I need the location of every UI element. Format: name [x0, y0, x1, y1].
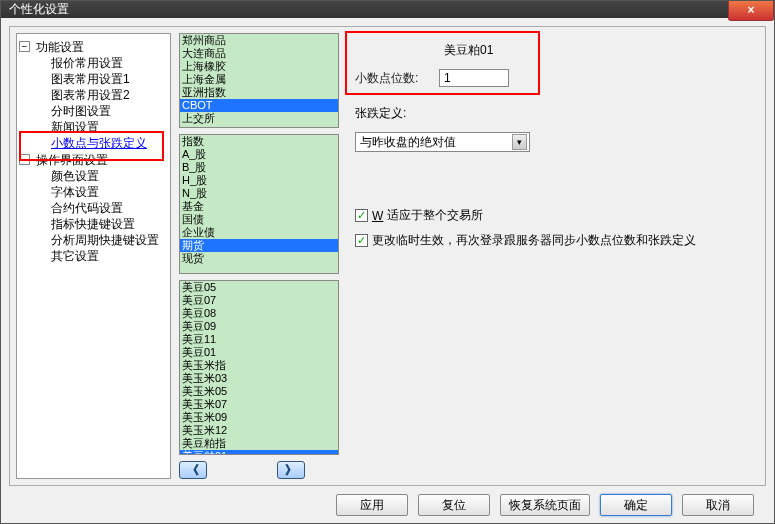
- list-item[interactable]: 上海橡胶: [180, 60, 338, 73]
- list-item[interactable]: 亚洲指数: [180, 86, 338, 99]
- list-item[interactable]: 期货: [180, 239, 338, 252]
- check-whole-exchange: ✓ W 适应于整个交易所: [355, 207, 751, 224]
- select-value: 与昨收盘的绝对值: [360, 134, 456, 151]
- list-item[interactable]: B_股: [180, 161, 338, 174]
- contract-listbox[interactable]: 美豆05美豆07美豆08美豆09美豆11美豆01美玉米指美玉米03美玉米05美玉…: [179, 280, 339, 455]
- tree-children-2: 颜色设置 字体设置 合约代码设置 指标快捷键设置 分析周期快捷键设置 其它设置: [19, 168, 168, 264]
- close-button[interactable]: ×: [728, 1, 774, 21]
- tree-children-1: 报价常用设置 图表常用设置1 图表常用设置2 分时图设置 新闻设置 小数点与张跌…: [19, 55, 168, 151]
- list-item[interactable]: H_股: [180, 174, 338, 187]
- collapse-icon[interactable]: −: [19, 154, 30, 165]
- tree-item[interactable]: 新闻设置: [37, 119, 168, 135]
- check-sync: ✓ 更改临时生效，再次登录跟服务器同步小数点位数和张跌定义: [355, 232, 751, 249]
- checkbox-2[interactable]: ✓: [355, 234, 368, 247]
- tree-item[interactable]: 字体设置: [37, 184, 168, 200]
- decimal-row: 小数点位数:: [355, 69, 751, 87]
- prev-button[interactable]: 《: [179, 461, 207, 479]
- list-item[interactable]: 美玉米05: [180, 385, 338, 398]
- main-area: − 功能设置 报价常用设置 图表常用设置1 图表常用设置2 分时图设置 新闻设置…: [9, 26, 766, 486]
- def-select[interactable]: 与昨收盘的绝对值 ▾: [355, 132, 530, 152]
- contract-name: 美豆粕01: [439, 41, 559, 59]
- def-select-row: 与昨收盘的绝对值 ▾: [355, 132, 751, 152]
- button-row: 应用 复位 恢复系统页面 确定 取消: [9, 486, 766, 520]
- tree-item[interactable]: 图表常用设置2: [37, 87, 168, 103]
- def-label: 张跌定义:: [355, 105, 406, 122]
- tree-group-ui[interactable]: − 操作界面设置: [19, 151, 168, 168]
- category-listbox[interactable]: 指数A_股B_股H_股N_股基金国债企业债期货现货: [179, 134, 339, 274]
- window-title: 个性化设置: [9, 1, 69, 18]
- list-item[interactable]: 美豆08: [180, 307, 338, 320]
- list-item[interactable]: 美豆05: [180, 281, 338, 294]
- tree-item[interactable]: 合约代码设置: [37, 200, 168, 216]
- tree-item[interactable]: 分析周期快捷键设置: [37, 232, 168, 248]
- tree-group-label: 功能设置: [36, 40, 84, 54]
- list-item[interactable]: 企业债: [180, 226, 338, 239]
- titlebar: 个性化设置 ×: [1, 1, 774, 18]
- tree-item[interactable]: 指标快捷键设置: [37, 216, 168, 232]
- collapse-icon[interactable]: −: [19, 41, 30, 52]
- settings-tree[interactable]: − 功能设置 报价常用设置 图表常用设置1 图表常用设置2 分时图设置 新闻设置…: [16, 33, 171, 479]
- list-item[interactable]: 基金: [180, 200, 338, 213]
- list-item[interactable]: A_股: [180, 148, 338, 161]
- list-item[interactable]: 美豆01: [180, 346, 338, 359]
- middle-lists: 郑州商品大连商品上海橡胶上海金属亚洲指数CBOT上交所 指数A_股B_股H_股N…: [179, 33, 339, 479]
- list-item[interactable]: 国债: [180, 213, 338, 226]
- list-item[interactable]: 美玉米指: [180, 359, 338, 372]
- list-item[interactable]: 美玉米07: [180, 398, 338, 411]
- settings-window: 个性化设置 × − 功能设置 报价常用设置 图表常用设置1 图表常用设置2 分时…: [0, 0, 775, 524]
- content-area: − 功能设置 报价常用设置 图表常用设置1 图表常用设置2 分时图设置 新闻设置…: [1, 18, 774, 524]
- tree-item[interactable]: 颜色设置: [37, 168, 168, 184]
- list-item[interactable]: 美豆粕01: [180, 450, 338, 455]
- list-item[interactable]: 美豆09: [180, 320, 338, 333]
- chevron-down-icon: ▾: [512, 134, 527, 150]
- tree-group-label: 操作界面设置: [36, 153, 108, 167]
- name-row: 美豆粕01: [355, 41, 751, 59]
- exchange-listbox[interactable]: 郑州商品大连商品上海橡胶上海金属亚洲指数CBOT上交所: [179, 33, 339, 128]
- restore-button[interactable]: 恢复系统页面: [500, 494, 590, 516]
- tree-group-functions[interactable]: − 功能设置: [19, 38, 168, 55]
- next-button[interactable]: 》: [277, 461, 305, 479]
- tree-item[interactable]: 图表常用设置1: [37, 71, 168, 87]
- list-item[interactable]: 大连商品: [180, 47, 338, 60]
- checkbox-1[interactable]: ✓: [355, 209, 368, 222]
- list-item[interactable]: 美豆粕指: [180, 437, 338, 450]
- form-panel: 美豆粕01 小数点位数: 张跌定义: 与昨收盘的绝对值 ▾ ✓: [347, 33, 759, 479]
- check1-label: 适应于整个交易所: [387, 207, 483, 224]
- cancel-button[interactable]: 取消: [682, 494, 754, 516]
- reset-button[interactable]: 复位: [418, 494, 490, 516]
- list-item[interactable]: 美玉米03: [180, 372, 338, 385]
- list-item[interactable]: 美豆11: [180, 333, 338, 346]
- check2-label: 更改临时生效，再次登录跟服务器同步小数点位数和张跌定义: [372, 232, 696, 249]
- tree-item[interactable]: 分时图设置: [37, 103, 168, 119]
- apply-button[interactable]: 应用: [336, 494, 408, 516]
- list-item[interactable]: CBOT: [180, 99, 338, 112]
- check1-prefix: W: [372, 209, 383, 223]
- list-item[interactable]: 上交所: [180, 112, 338, 125]
- list-item[interactable]: 上海金属: [180, 73, 338, 86]
- decimal-input[interactable]: [439, 69, 509, 87]
- list-item[interactable]: 美玉米09: [180, 411, 338, 424]
- def-label-row: 张跌定义:: [355, 105, 751, 122]
- list-item[interactable]: 美豆07: [180, 294, 338, 307]
- list-item[interactable]: 指数: [180, 135, 338, 148]
- list-item[interactable]: 美玉米12: [180, 424, 338, 437]
- nav-row: 《 》: [179, 461, 339, 479]
- list-item[interactable]: 郑州商品: [180, 34, 338, 47]
- ok-button[interactable]: 确定: [600, 494, 672, 516]
- tree-item-selected[interactable]: 小数点与张跌定义: [37, 135, 168, 151]
- list-item[interactable]: N_股: [180, 187, 338, 200]
- tree-item[interactable]: 报价常用设置: [37, 55, 168, 71]
- tree-item[interactable]: 其它设置: [37, 248, 168, 264]
- decimal-label: 小数点位数:: [355, 70, 433, 87]
- list-item[interactable]: 现货: [180, 252, 338, 265]
